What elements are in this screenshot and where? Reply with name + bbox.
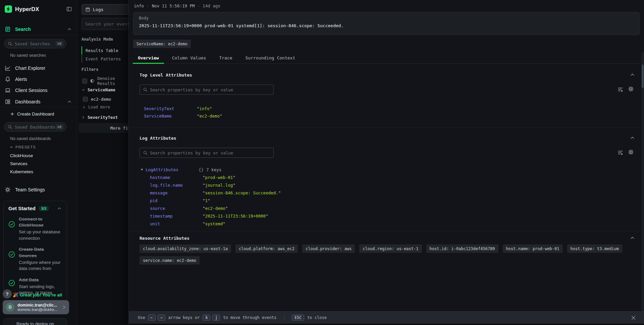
gear-icon[interactable] [628,86,634,92]
resource-tag[interactable]: service.name: ec2-demo [140,256,200,265]
wrap-lines-icon[interactable] [618,150,623,155]
quote-mark [197,113,200,119]
collapse-sidebar-icon[interactable] [66,6,72,12]
attribute-value[interactable]: 1 [205,198,208,203]
party-popper-icon: 🎉 [13,292,18,297]
footer-or-text: arrow keys or [168,315,200,320]
attribute-tree-parent[interactable]: LogAttributes {} 7 keys [141,166,221,173]
log-attributes-search-input[interactable] [150,150,270,155]
facet-value-ec2-demo[interactable]: ec2-demo [83,97,111,102]
chevron-up-icon[interactable] [67,27,72,32]
attribute-key[interactable]: LogAttributes [146,167,199,172]
sidebar-item-search[interactable]: Search [0,24,77,34]
attribute-value[interactable]: systemd [205,221,223,226]
quote-mark [203,198,205,203]
resource-tag[interactable]: cloud.provider: aws [302,244,355,253]
facet-servicename-toggle[interactable]: ServiceName [82,87,115,92]
sidebar-item-dashboards[interactable]: Dashboards [0,97,77,107]
help-button[interactable]: ? [3,289,12,298]
deploy-note-card: Ready to deploy on [3,318,67,325]
check-circle-icon [8,251,15,272]
tab-surrounding-context[interactable]: Surrounding Context [240,52,301,63]
resource-tag[interactable]: cloud.platform: aws_ec2 [235,244,298,253]
event-age: 14d ago [203,3,220,8]
attribute-key[interactable]: ServiceName [144,113,197,119]
attribute-key[interactable]: message [150,190,203,195]
collapse-section-icon[interactable] [630,235,635,241]
facet-severitytext-toggle[interactable]: SeverityText [82,115,118,120]
divider [0,107,77,107]
denoise-checkbox[interactable] [82,79,87,84]
service-name-tag[interactable]: ServiceName: ec2-demo [133,40,191,48]
log-attributes-search-box[interactable] [140,148,274,158]
event-details-drawer: info · Nov 11 5:56:19 PM · 14d ago Body … [128,0,644,325]
chevron-down-icon [9,145,13,149]
top-level-search-box[interactable] [140,85,274,95]
sidebar-item-team-settings[interactable]: Team Settings [0,185,77,195]
dashboard-grid-icon [5,99,11,105]
attribute-row: source ec2-demo [150,204,228,212]
get-started-card: Get Started 3/3 Connect to ClickHouse Se… [3,201,67,302]
object-meta: 7 keys [206,167,221,172]
attribute-key[interactable]: hostname [150,175,203,180]
collapse-section-icon[interactable] [630,135,635,141]
load-more-button[interactable]: Load more [82,105,110,109]
attribute-value[interactable]: 2025-11-11T23:56:19+0000 [205,214,266,219]
sidebar-item-chart-explorer[interactable]: Chart Explorer [0,63,77,73]
attribute-key[interactable]: log.file.name [150,183,203,188]
wrap-lines-icon[interactable] [618,87,623,92]
attribute-key[interactable]: source [150,206,203,211]
resource-tag[interactable]: host.id: i-0abc123def456789 [426,244,498,253]
chevron-up-icon[interactable] [67,99,72,104]
attribute-key[interactable]: pid [150,198,203,203]
denoise-results-option[interactable]: Denoise Results [82,76,128,86]
facet-checkbox[interactable] [83,97,88,102]
attribute-value[interactable]: session-846.scope: Succeeded. [205,190,278,195]
quote-mark [203,206,205,211]
scrollbar-track [641,52,644,311]
attribute-key[interactable]: timestamp [150,214,203,219]
preset-clickhouse[interactable]: ClickHouse [10,153,33,158]
presets-toggle[interactable]: PRESETS [9,145,36,149]
body-label: Body [139,16,634,20]
user-menu[interactable]: D dominic.tran@clic... dominic.tran@clic… [3,300,69,314]
sidebar-item-alerts[interactable]: Alerts [0,74,77,84]
attribute-value[interactable]: info [200,106,210,111]
attribute-value[interactable]: ec2-demo [200,113,220,119]
attribute-value[interactable]: journal.log [205,183,233,188]
preset-kubernetes[interactable]: Kubernetes [10,169,33,174]
create-dashboard-button[interactable]: Create Dashboard [10,111,54,117]
get-started-item[interactable]: Create Data Sources Configure where your… [8,246,62,272]
body-panel: Body 2025-11-11T23:56:19+0000 prod-web-0… [133,12,640,35]
attribute-key[interactable]: SeverityText [144,106,197,111]
scrollbar-thumb[interactable] [642,64,644,88]
preset-services[interactable]: Services [10,161,28,166]
user-email: dominic.tran@clickho... [17,308,57,312]
close-icon[interactable] [631,315,636,320]
saved-dashboards-input[interactable]: Saved Dashboards ⌘K [4,122,66,132]
top-level-search-input[interactable] [150,87,270,92]
tab-column-values[interactable]: Column Values [167,52,211,63]
load-more-label: Load more [88,105,110,109]
resource-tag-list: cloud.availability_zone: us-east-1a clou… [140,244,625,265]
resource-tag[interactable]: host.name: prod-web-01 [503,244,563,253]
gear-icon[interactable] [628,149,634,155]
chevron-up-icon[interactable] [57,206,62,211]
tab-trace[interactable]: Trace [214,52,237,63]
collapse-section-icon[interactable] [630,72,635,78]
attribute-key[interactable]: unit [150,221,203,226]
saved-searches-input[interactable]: Saved Searches ⌘K [4,39,66,48]
get-started-item[interactable]: Connect to ClickHouse Set up your databa… [8,216,62,241]
quote-mark [210,106,212,111]
saved-dashboards-placeholder: Saved Dashboards [15,125,55,130]
resource-tag[interactable]: cloud.availability_zone: us-east-1a [140,244,231,253]
tab-overview[interactable]: Overview [133,52,164,63]
quote-mark [233,175,235,180]
quote-mark [223,221,225,226]
sidebar-item-label: Alerts [15,77,27,82]
sidebar-item-client-sessions[interactable]: Client Sessions [0,85,77,95]
resource-tag[interactable]: cloud.region: us-east-1 [359,244,422,253]
attribute-value[interactable]: ec2-demo [205,206,225,211]
resource-tag[interactable]: host.type: t3.medium [567,244,623,253]
attribute-value[interactable]: prod-web-01 [205,175,233,180]
